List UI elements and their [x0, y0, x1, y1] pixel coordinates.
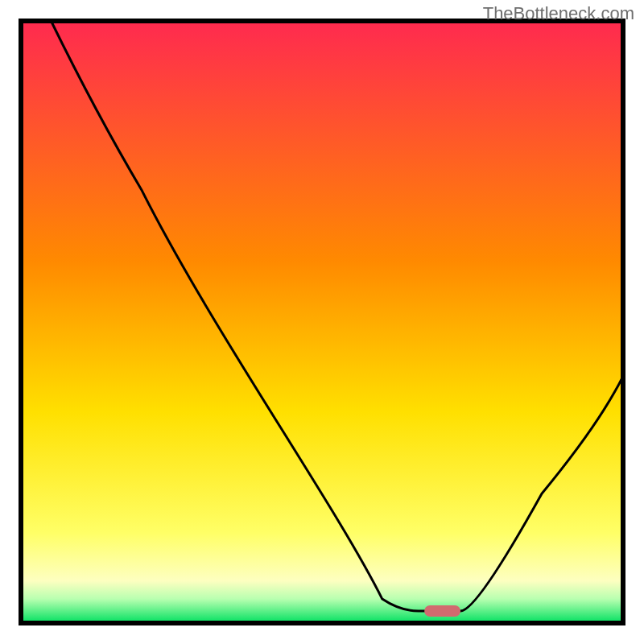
plot-area [21, 21, 623, 623]
optimum-marker [424, 605, 460, 617]
chart-svg [0, 0, 644, 644]
watermark-text: TheBottleneck.com [483, 3, 634, 24]
chart-container: TheBottleneck.com [0, 0, 644, 644]
gradient-background [21, 21, 623, 623]
